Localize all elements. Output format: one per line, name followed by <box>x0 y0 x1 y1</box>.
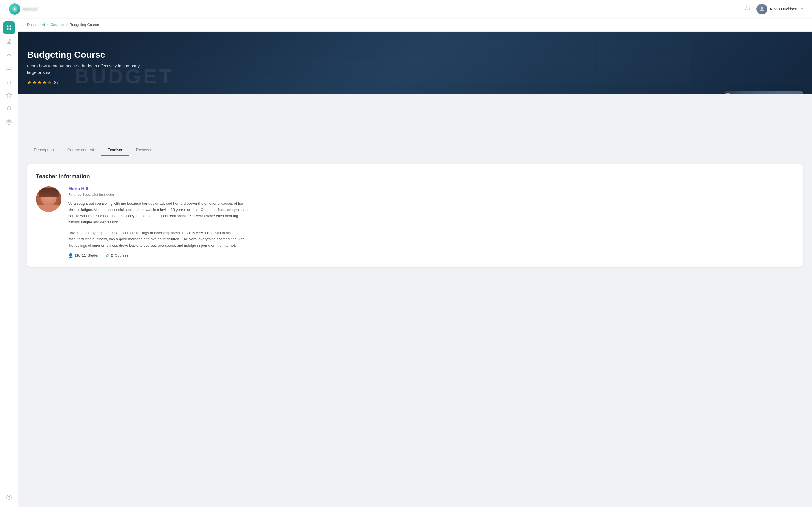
rating-count: 87 <box>54 80 59 85</box>
bookshelf <box>724 91 741 94</box>
tab-reviews[interactable]: Reviews <box>129 144 158 156</box>
svg-marker-12 <box>6 93 11 98</box>
sidebar-item-bell[interactable] <box>3 103 15 115</box>
rating-stars: ★ ★ ★ ★ ★ <box>27 79 52 86</box>
sidebar-item-chat[interactable] <box>3 62 15 74</box>
breadcrumb-courses[interactable]: Courses <box>50 22 64 27</box>
students-label: Student <box>88 253 100 258</box>
header: learnyst Kevin Davidson ▾ <box>0 0 812 18</box>
hero-subtitle: Learn how to create and use budgets effe… <box>27 63 146 75</box>
logo-text: learnyst <box>22 7 38 11</box>
svg-rect-3 <box>9 25 11 27</box>
teacher-profile: Maria Hill Finance Specialist Instructor… <box>36 186 794 258</box>
sidebar-item-star[interactable] <box>3 89 15 101</box>
svg-point-8 <box>8 53 10 55</box>
sidebar-item-dashboard[interactable] <box>3 21 15 34</box>
courses-count: 2 <box>111 253 113 258</box>
students-count: 29,411 <box>75 253 86 258</box>
star-1: ★ <box>27 79 32 86</box>
sidebar-item-help[interactable] <box>3 491 15 504</box>
svg-point-13 <box>8 122 10 123</box>
star-3: ★ <box>37 79 42 86</box>
breadcrumb: Dashboard > Courses > Budgeting Course <box>18 18 812 32</box>
header-right: Kevin Davidson ▾ <box>745 4 803 14</box>
teacher-role: Finance Specialist Instructor <box>68 192 794 196</box>
avatar <box>756 4 767 14</box>
notification-bell-icon[interactable] <box>745 5 751 13</box>
user-name: Kevin Davidson <box>770 7 797 11</box>
teacher-name: Maria Hill <box>68 186 794 191</box>
star-5: ★ <box>47 79 52 86</box>
tab-teacher[interactable]: Teacher <box>101 144 130 156</box>
students-icon: 👤 <box>68 253 73 258</box>
svg-point-14 <box>6 495 11 500</box>
content-area: Descriprion Course content Teacher Revie… <box>18 94 812 274</box>
hero-content: Budgeting Course Learn how to create and… <box>27 50 803 86</box>
sidebar-item-document[interactable] <box>3 35 15 47</box>
main-content: Dashboard > Courses > Budgeting Course B… <box>18 18 812 507</box>
sidebar-item-chart[interactable] <box>3 75 15 88</box>
breadcrumb-current: Budgeting Course <box>70 22 99 27</box>
teacher-students: 👤 29,411 Student <box>68 253 100 258</box>
courses-icon: ◎ <box>106 253 109 258</box>
sidebar <box>0 18 18 507</box>
hero-rating: ★ ★ ★ ★ ★ 87 <box>27 79 803 86</box>
video-thumbnail[interactable]: Overview <box>724 91 803 94</box>
sidebar-item-person[interactable] <box>3 48 15 61</box>
teacher-stats: 👤 29,411 Student ◎ 2 Courses <box>68 253 794 258</box>
svg-point-1 <box>761 7 763 9</box>
tab-course-content[interactable]: Course content <box>61 144 101 156</box>
hero-title: Budgeting Course <box>27 50 803 60</box>
teacher-bio-2: David sought my help because of chronic … <box>68 230 249 248</box>
svg-rect-5 <box>9 28 11 30</box>
section-title: Teacher Information <box>36 173 794 180</box>
layout: Dashboard > Courses > Budgeting Course B… <box>0 18 812 507</box>
star-4: ★ <box>42 79 47 86</box>
breadcrumb-sep-1: > <box>47 22 49 27</box>
logo: learnyst <box>9 3 38 15</box>
teacher-avatar <box>36 186 61 212</box>
user-menu[interactable]: Kevin Davidson ▾ <box>756 4 803 14</box>
chevron-down-icon: ▾ <box>801 7 803 11</box>
svg-rect-4 <box>7 28 8 30</box>
teacher-content-card: Teacher Information Maria Hill Finance S… <box>27 164 803 267</box>
tab-description[interactable]: Descriprion <box>27 144 61 156</box>
hero-banner: BUDGET Budgeting Course Learn how to cre… <box>18 32 812 94</box>
star-2: ★ <box>32 79 37 86</box>
breadcrumb-dashboard[interactable]: Dashboard <box>27 22 45 27</box>
teacher-bio-1: Vera sought out counseling with me becau… <box>68 201 249 225</box>
teacher-courses: ◎ 2 Courses <box>106 253 129 258</box>
breadcrumb-sep-2: > <box>66 22 68 27</box>
video-preview-card: Overview Course Price $ 67.99 Course For… <box>724 91 803 94</box>
courses-label: Courses <box>115 253 128 258</box>
logo-icon <box>9 3 20 15</box>
teacher-info: Maria Hill Finance Specialist Instructor… <box>68 186 794 258</box>
person-silhouette <box>761 91 803 94</box>
svg-rect-2 <box>7 25 8 27</box>
course-tabs: Descriprion Course content Teacher Revie… <box>27 144 803 156</box>
sidebar-item-settings[interactable] <box>3 116 15 128</box>
